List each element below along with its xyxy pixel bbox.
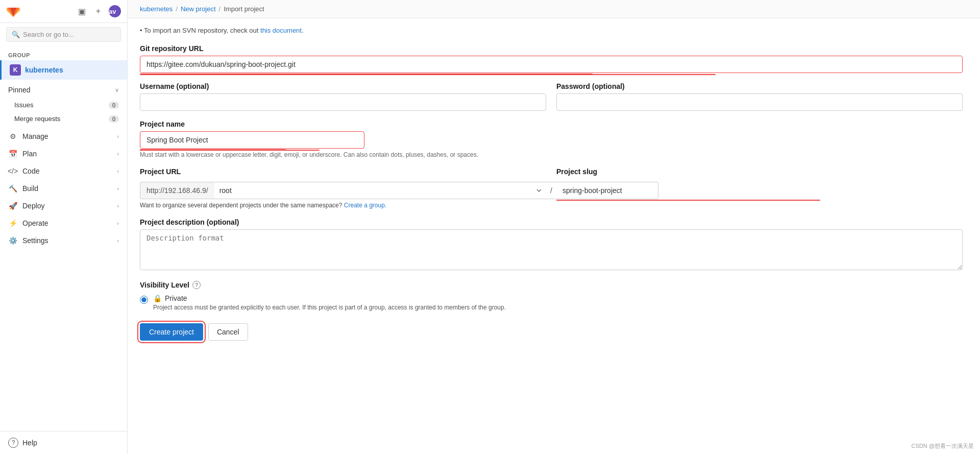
settings-label: Settings [22,236,48,245]
url-base: http://192.168.46.9/ [140,182,214,199]
form-container: • To import an SVN repository, check out… [128,18,975,357]
private-label: 🔒 Private [153,294,506,302]
description-section: Project description (optional) [140,218,963,272]
create-group-link[interactable]: Create a group. [344,202,386,209]
breadcrumb: kubernetes / New project / Import projec… [128,0,980,18]
user-avatar-button[interactable]: av [109,5,121,17]
sidebar: ▣ + av 🔍 Search or go to... Group K kube… [0,0,128,454]
project-url-label: Project URL [140,168,546,176]
sidebar-item-merge-requests[interactable]: Merge requests 0 [0,112,127,126]
main-content: kubernetes / New project / Import projec… [128,0,980,454]
credentials-section: Username (optional) Password (optional) [140,82,963,111]
group-label: Group [0,46,127,60]
watermark: CSDN @想看一次满天星 [912,442,974,450]
manage-icon: ⚙ [8,132,17,141]
project-name-hint: Must start with a lowercase or uppercase… [140,151,497,158]
pinned-chevron-icon: ∨ [115,87,119,93]
sidebar-item-manage[interactable]: ⚙ Manage › [0,128,127,145]
sidebar-item-kubernetes[interactable]: K kubernetes [0,60,127,80]
build-icon: 🔨 [8,184,17,193]
lock-icon: 🔒 [153,294,162,302]
code-icon: </> [8,166,17,176]
url-slash-separator: / [546,182,556,199]
sidebar-item-issues[interactable]: Issues 0 [0,98,127,112]
namespace-select[interactable]: root [214,182,546,199]
this-document-link[interactable]: this document [260,27,302,34]
search-bar[interactable]: 🔍 Search or go to... [6,27,121,42]
project-slug-label: Project slug [556,168,963,176]
password-section: Password (optional) [556,82,963,111]
username-label: Username (optional) [140,82,546,90]
sidebar-help[interactable]: ? Help [0,431,127,454]
project-url-section: Project URL Project slug http://192.168.… [140,168,963,209]
info-line: • To import an SVN repository, check out… [140,27,963,34]
help-label: Help [22,439,37,447]
plan-label: Plan [22,150,37,158]
username-section: Username (optional) [140,82,546,111]
url-hint: Want to organize several dependent proje… [140,202,963,209]
create-project-button[interactable]: Create project [140,323,203,341]
password-input[interactable] [556,93,963,111]
private-radio[interactable] [140,296,148,304]
sidebar-item-code[interactable]: </> Code › [0,162,127,180]
deploy-label: Deploy [22,202,45,210]
plan-icon: 📅 [8,149,17,158]
merge-requests-label: Merge requests [14,115,60,123]
manage-label: Manage [22,132,48,140]
sidebar-item-settings[interactable]: ⚙️ Settings › [0,232,127,249]
sidebar-toggle-button[interactable]: ▣ [76,5,88,18]
settings-chevron-icon: › [117,237,119,244]
sidebar-item-operate[interactable]: ⚡ Operate › [0,214,127,232]
help-circle-icon: ? [8,438,18,448]
sidebar-item-build[interactable]: 🔨 Build › [0,180,127,197]
settings-icon: ⚙️ [8,236,17,245]
issues-label: Issues [14,101,34,109]
username-input[interactable] [140,93,546,111]
form-actions: Create project Cancel [140,323,963,341]
code-label: Code [22,167,39,175]
plan-chevron-icon: › [117,151,119,157]
breadcrumb-sep-1: / [176,5,178,13]
project-name-section: Project name Must start with a lowercase… [140,120,963,158]
project-name-label: Project name [140,120,963,128]
project-url-row: http://192.168.46.9/ root / [140,182,963,199]
breadcrumb-sep-2: / [219,5,221,13]
gitlab-logo-icon [6,4,20,18]
password-label: Password (optional) [556,82,963,90]
pinned-label: Pinned [8,86,31,94]
kubernetes-avatar: K [10,64,21,76]
description-input[interactable] [140,229,963,270]
info-text: To import an SVN repository, check out [144,27,260,34]
new-item-button[interactable]: + [94,5,103,18]
visibility-heading: Visibility Level ? [140,281,963,289]
project-name-input[interactable] [140,131,364,149]
operate-chevron-icon: › [117,220,119,226]
search-icon: 🔍 [12,31,20,38]
search-placeholder: Search or go to... [23,31,74,38]
private-option: 🔒 Private Project access must be granted… [140,294,963,311]
build-chevron-icon: › [117,185,119,192]
pinned-section: Pinned ∨ Issues 0 Merge requests 0 [0,80,127,128]
sidebar-item-plan[interactable]: 📅 Plan › [0,145,127,162]
slug-wrapper [556,182,963,199]
code-chevron-icon: › [117,168,119,174]
kubernetes-label: kubernetes [25,66,63,74]
breadcrumb-kubernetes[interactable]: kubernetes [140,5,173,13]
git-url-input[interactable] [140,56,963,73]
pinned-nav-item[interactable]: Pinned ∨ [0,82,127,98]
issues-badge: 0 [109,102,119,109]
visibility-help-icon[interactable]: ? [192,281,201,289]
sidebar-item-deploy[interactable]: 🚀 Deploy › [0,197,127,214]
deploy-chevron-icon: › [117,203,119,209]
private-desc: Project access must be granted explicitl… [153,304,506,311]
sidebar-icons: ▣ + av [76,5,121,18]
breadcrumb-new-project[interactable]: New project [181,5,216,13]
project-slug-input[interactable] [556,182,658,199]
info-end: . [302,27,304,34]
project-name-wrapper [140,131,364,149]
operate-label: Operate [22,219,48,227]
cancel-button[interactable]: Cancel [208,323,248,341]
operate-icon: ⚡ [8,219,17,228]
git-url-label: Git repository URL [140,44,963,53]
sidebar-top: ▣ + av [0,0,127,23]
